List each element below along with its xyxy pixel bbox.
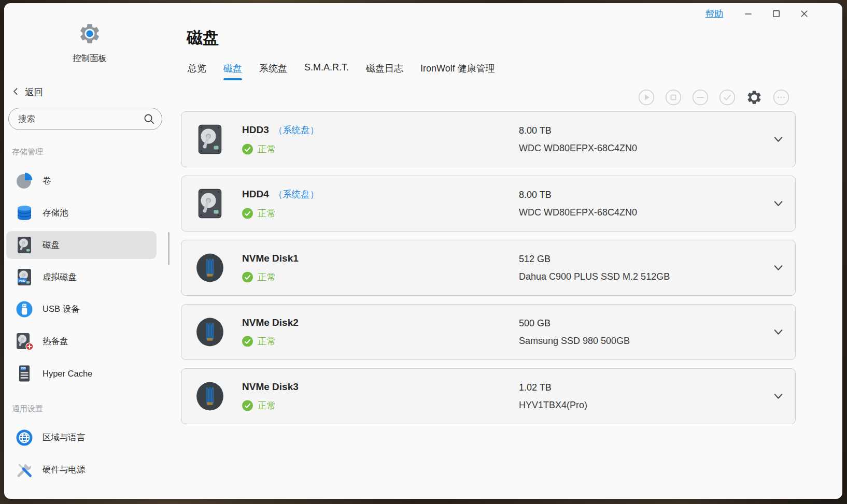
tab-5[interactable]: IronWolf 健康管理 (420, 62, 495, 81)
sidebar-item-hot-spare[interactable]: 热备盘 (6, 327, 157, 355)
sidebar-item-usb[interactable]: USB 设备 (6, 295, 157, 323)
disk-name: HDD3 (242, 124, 269, 136)
tab-3[interactable]: S.M.A.R.T. (304, 62, 349, 81)
app-header: 控制面板 (4, 22, 175, 64)
disk-row[interactable]: HDD4 （系统盘） 正常 8.00 TB WDC WD80EFPX-68C4Z… (181, 176, 796, 232)
sidebar-section-title: 存储管理 (12, 147, 175, 157)
virtual-disk-icon: VHD (15, 268, 34, 286)
chevron-left-icon (11, 87, 20, 98)
sidebar-item-label: 区域与语言 (43, 432, 86, 443)
disk-row[interactable]: NVMe Disk3 正常 1.02 TB HYV1TBX4(Pro) (181, 368, 796, 424)
chevron-down-icon[interactable] (773, 327, 784, 338)
search-icon[interactable] (143, 113, 155, 125)
sidebar-section-title: 通用设置 (12, 404, 175, 414)
chevron-down-icon[interactable] (773, 263, 784, 273)
tab-1[interactable]: 磁盘 (223, 62, 242, 81)
sidebar-item-label: USB 设备 (43, 304, 80, 315)
chevron-down-icon[interactable] (773, 134, 784, 145)
sidebar-item-storage-pool[interactable]: 存储池 (6, 199, 157, 227)
disk-name: NVMe Disk1 (242, 253, 299, 264)
sidebar-item-label: 卷 (43, 175, 51, 186)
hot-spare-icon (15, 332, 34, 351)
volume-pie-icon (15, 171, 34, 190)
disk-system-tag[interactable]: （系统盘） (274, 188, 319, 200)
sidebar-item-hardware-power[interactable]: 硬件与电源 (6, 456, 157, 484)
minus-circle-icon[interactable] (692, 89, 709, 106)
status-check-icon (242, 271, 253, 282)
sidebar-item-label: 存储池 (43, 207, 68, 219)
sidebar-sections: 存储管理 卷 存储池 磁盘 VHD 虚拟磁盘 USB 设备 热备盘 SSD Hy… (4, 131, 175, 488)
disk-status: 正常 (258, 207, 276, 220)
disk-name: NVMe Disk2 (242, 317, 299, 328)
status-check-icon (242, 208, 253, 219)
disk-capacity: 512 GB (519, 254, 670, 265)
hdd-drive-icon (195, 189, 225, 219)
stop-circle-icon[interactable] (665, 89, 682, 106)
nvme-drive-icon (195, 381, 225, 411)
sidebar-item-label: 虚拟磁盘 (43, 271, 77, 283)
disk-row[interactable]: NVMe Disk2 正常 500 GB Samsung SSD 980 500… (181, 304, 796, 360)
tab-bar: 总览 磁盘 系统盘 S.M.A.R.T. 磁盘日志 IronWolf 健康管理 (188, 62, 495, 81)
sidebar-item-virtual-disk[interactable]: VHD 虚拟磁盘 (6, 263, 157, 291)
settings-gear-icon[interactable] (746, 89, 763, 106)
disk-name: HDD4 (242, 189, 269, 200)
disk-status: 正常 (258, 271, 276, 283)
status-check-icon (242, 336, 253, 347)
sidebar-item-label: 磁盘 (43, 239, 60, 251)
back-label: 返回 (25, 86, 43, 98)
sidebar: 控制面板 返回 存储管理 卷 存储池 磁盘 VHD 虚拟磁盘 USB 设备 热备 (4, 3, 175, 499)
svg-text:VHD: VHD (19, 279, 25, 282)
check-circle-icon[interactable] (719, 89, 736, 106)
search-box (8, 108, 162, 130)
disk-model: WDC WD80EFPX-68C4ZN0 (519, 143, 637, 154)
status-check-icon (242, 400, 253, 411)
more-circle-icon[interactable] (773, 89, 789, 106)
disk-icon (15, 236, 34, 254)
window-controls: 帮助 (705, 6, 812, 21)
help-link[interactable]: 帮助 (705, 8, 723, 20)
maximize-icon[interactable] (768, 6, 784, 21)
app-window: 帮助 控制面板 返回 存储管理 卷 存储池 磁盘 VHD 虚拟磁 (4, 3, 842, 499)
tab-4[interactable]: 磁盘日志 (366, 62, 403, 81)
globe-icon (15, 428, 34, 447)
disk-model: Samsung SSD 980 500GB (519, 336, 630, 347)
hyper-cache-icon: SSD (15, 364, 34, 383)
disk-model: WDC WD80EFPX-68C4ZN0 (519, 207, 637, 218)
chevron-down-icon[interactable] (773, 391, 784, 402)
page-title: 磁盘 (187, 27, 219, 49)
toolbar (638, 89, 789, 106)
sidebar-item-label: Hyper Cache (43, 369, 92, 379)
tab-0[interactable]: 总览 (188, 62, 206, 81)
sidebar-item-disk[interactable]: 磁盘 (6, 231, 157, 259)
disk-status: 正常 (258, 143, 276, 155)
sidebar-item-volume-pie[interactable]: 卷 (6, 167, 157, 195)
sidebar-item-hyper-cache[interactable]: SSD Hyper Cache (6, 359, 157, 387)
search-input[interactable] (8, 108, 162, 130)
play-circle-icon[interactable] (638, 89, 655, 106)
disk-row[interactable]: NVMe Disk1 正常 512 GB Dahua C900 PLUS SSD… (181, 240, 796, 296)
sidebar-item-label: 硬件与电源 (43, 464, 86, 476)
gear-icon (78, 22, 102, 46)
disk-capacity: 8.00 TB (519, 190, 637, 200)
usb-icon (15, 300, 34, 319)
disk-status: 正常 (258, 399, 276, 412)
chevron-down-icon[interactable] (773, 198, 784, 209)
close-icon[interactable] (796, 6, 812, 21)
nvme-drive-icon (195, 253, 225, 283)
minimize-icon[interactable] (740, 6, 756, 21)
sidebar-scrollbar[interactable] (168, 232, 170, 265)
back-button[interactable]: 返回 (11, 86, 43, 98)
disk-capacity: 1.02 TB (519, 382, 587, 393)
disk-capacity: 8.00 TB (519, 125, 637, 136)
disk-system-tag[interactable]: （系统盘） (274, 124, 319, 136)
sidebar-item-globe[interactable]: 区域与语言 (6, 424, 157, 452)
nvme-drive-icon (195, 317, 225, 347)
disk-row[interactable]: HDD3 （系统盘） 正常 8.00 TB WDC WD80EFPX-68C4Z… (181, 111, 796, 167)
disk-name: NVMe Disk3 (242, 381, 299, 393)
disk-status: 正常 (258, 335, 276, 348)
app-title: 控制面板 (4, 53, 175, 64)
disk-list: HDD3 （系统盘） 正常 8.00 TB WDC WD80EFPX-68C4Z… (181, 111, 796, 433)
tab-2[interactable]: 系统盘 (259, 62, 287, 81)
svg-text:SSD: SSD (21, 367, 26, 370)
hardware-power-icon (15, 460, 34, 479)
